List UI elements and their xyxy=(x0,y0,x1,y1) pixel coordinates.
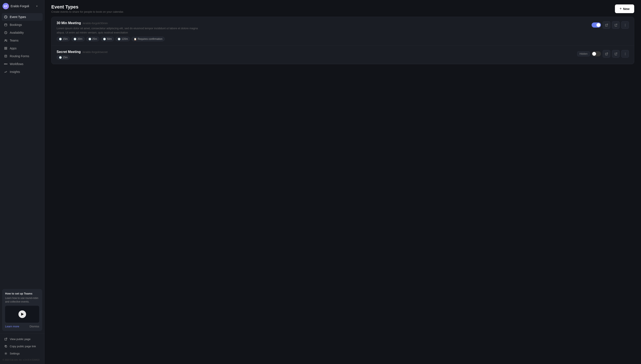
tag-15m: 🕐 15m xyxy=(57,37,70,41)
clock-tag-icon: 🕐 xyxy=(59,38,62,40)
new-event-button[interactable]: + New xyxy=(615,4,634,13)
sidebar: EF Eraldo Forgoli ▾ Event Types xyxy=(0,0,45,364)
event-card-30min: 30 Min Meeting /eraldo-forgoli/30min Lor… xyxy=(52,17,634,46)
sidebar-item-event-types[interactable]: Event Types xyxy=(2,13,43,21)
svg-rect-6 xyxy=(6,47,7,48)
clock-tag-icon-4: 🕐 xyxy=(103,38,106,40)
copyright: © 2023 Cal.com, Inc. v.3.4.6-h-51fd410 xyxy=(0,358,44,362)
svg-point-18 xyxy=(625,54,625,54)
new-button-label: New xyxy=(623,7,629,10)
svg-point-9 xyxy=(5,64,6,64)
event-toggle-secret[interactable] xyxy=(592,51,601,56)
clock-tag-icon-3: 🕐 xyxy=(88,38,91,40)
promo-video-thumbnail[interactable] xyxy=(5,306,39,323)
sidebar-label-availability: Availability xyxy=(10,31,24,34)
settings-label: Settings xyxy=(10,352,20,355)
external-link-button-30min[interactable] xyxy=(603,21,610,29)
sidebar-label-teams: Teams xyxy=(10,39,19,42)
header-text: Event Types Create events to share for p… xyxy=(51,4,124,13)
event-description-30min: Lorem ipsum dolor sit amet, consectetur … xyxy=(57,26,205,34)
play-button[interactable] xyxy=(19,310,26,318)
dismiss-button[interactable]: Dismiss xyxy=(30,325,40,328)
user-menu[interactable]: EF Eraldo Forgoli ▾ xyxy=(0,0,44,12)
view-public-page-link[interactable]: View public page xyxy=(2,336,43,342)
sidebar-label-bookings: Bookings xyxy=(10,23,22,26)
svg-rect-7 xyxy=(5,48,5,49)
svg-rect-8 xyxy=(6,48,7,49)
clock-tag-icon-secret: 🕐 xyxy=(59,56,62,59)
insights-icon xyxy=(4,70,8,74)
lightning-icon xyxy=(4,15,8,19)
page-subtitle: Create events to share for people to boo… xyxy=(51,10,124,13)
clock-icon xyxy=(4,31,8,34)
promo-title: How to set up Teams xyxy=(5,292,39,295)
plus-icon: + xyxy=(619,6,622,11)
svg-rect-2 xyxy=(5,24,7,26)
sidebar-label-routing-forms: Routing Forms xyxy=(10,54,29,58)
event-info-30min: 30 Min Meeting /eraldo-forgoli/30min Lor… xyxy=(57,21,588,41)
tag-25m: 🕐 25m xyxy=(86,37,100,41)
sidebar-item-workflows[interactable]: Workflows xyxy=(2,60,43,68)
svg-point-13 xyxy=(5,353,6,354)
event-slug-30min: /eraldo-forgoli/30min xyxy=(83,22,108,25)
sidebar-label-insights: Insights xyxy=(10,70,20,74)
event-title-row-30min: 30 Min Meeting /eraldo-forgoli/30min xyxy=(57,21,588,25)
promo-card: How to set up Teams Learn how to use rou… xyxy=(2,289,42,331)
user-name: Eraldo Forgoli xyxy=(11,4,35,8)
event-tags-30min: 🕐 15m 🕐 20m 🕐 25m 🕐 xyxy=(57,37,588,41)
event-info-secret: Secret Meeting /eraldo-forgoli/secret 🕐 … xyxy=(57,50,574,60)
main-content: Event Types Create events to share for p… xyxy=(45,0,641,364)
sidebar-label-workflows: Workflows xyxy=(10,62,23,66)
calendar-icon xyxy=(4,23,8,27)
sidebar-item-bookings[interactable]: Bookings xyxy=(2,21,43,28)
svg-point-15 xyxy=(625,25,625,25)
tag-confirmation: 📋 Requires confirmation xyxy=(131,37,165,41)
learn-more-button[interactable]: Learn more xyxy=(5,325,19,328)
sidebar-item-teams[interactable]: Teams xyxy=(2,37,43,44)
events-container: 30 Min Meeting /eraldo-forgoli/30min Lor… xyxy=(51,17,634,64)
gear-icon xyxy=(4,352,8,355)
avatar: EF xyxy=(3,3,9,9)
event-title-30min: 30 Min Meeting xyxy=(57,21,81,25)
sidebar-item-routing-forms[interactable]: Routing Forms xyxy=(2,52,43,60)
event-slug-secret: /eraldo-forgoli/secret xyxy=(83,50,108,54)
tag-15m-secret: 🕐 15m xyxy=(57,55,70,60)
event-tags-secret: 🕐 15m xyxy=(57,55,574,60)
more-options-button-30min[interactable] xyxy=(621,21,629,29)
grid-icon xyxy=(4,46,8,50)
external-link-button-secret[interactable] xyxy=(603,50,610,58)
sidebar-item-insights[interactable]: Insights xyxy=(2,68,43,76)
form-icon xyxy=(4,54,8,58)
promo-description: Learn how to use round-robin and collect… xyxy=(5,296,39,304)
copy-link-button-secret[interactable] xyxy=(612,50,619,58)
svg-point-10 xyxy=(4,64,5,64)
copy-public-page-label: Copy public page link xyxy=(10,345,36,348)
clock-tag-icon-5: 🕐 xyxy=(118,38,121,40)
sidebar-item-availability[interactable]: Availability xyxy=(2,29,43,36)
users-icon xyxy=(4,38,8,42)
hidden-badge: Hidden xyxy=(577,51,590,56)
workflow-icon xyxy=(4,62,8,66)
svg-rect-5 xyxy=(5,47,5,48)
copy-public-page-link[interactable]: Copy public page link xyxy=(2,342,43,350)
events-list: 30 Min Meeting /eraldo-forgoli/30min Lor… xyxy=(45,17,641,364)
svg-point-16 xyxy=(625,26,625,26)
copy-icon xyxy=(4,344,8,348)
svg-point-17 xyxy=(625,52,625,53)
svg-rect-12 xyxy=(5,346,7,347)
svg-point-4 xyxy=(5,40,6,40)
tag-120m: 🕐 120m xyxy=(115,37,130,41)
event-title-row-secret: Secret Meeting /eraldo-forgoli/secret xyxy=(57,50,574,54)
event-toggle-30min[interactable] xyxy=(592,22,601,28)
sidebar-item-apps[interactable]: Apps xyxy=(2,44,43,52)
copy-link-button-30min[interactable] xyxy=(612,21,619,29)
search-button[interactable] xyxy=(40,4,42,9)
settings-link[interactable]: Settings xyxy=(2,350,43,357)
tag-20m: 🕐 20m xyxy=(71,37,85,41)
view-public-page-label: View public page xyxy=(10,338,31,341)
sidebar-label-event-types: Event Types xyxy=(10,15,26,19)
sidebar-label-apps: Apps xyxy=(10,46,17,50)
external-link-icon xyxy=(4,337,8,341)
tag-50m: 🕐 50m xyxy=(101,37,114,41)
more-options-button-secret[interactable] xyxy=(621,50,629,58)
